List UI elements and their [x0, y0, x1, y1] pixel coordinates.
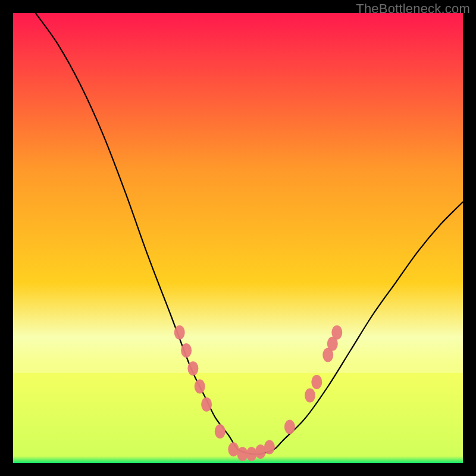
marker-dot: [201, 397, 212, 412]
marker-dot: [311, 375, 322, 389]
marker-dot: [305, 389, 315, 403]
marker-dot: [284, 420, 295, 434]
marker-dot: [215, 424, 226, 439]
marker-dot: [331, 325, 342, 340]
bottleneck-chart: [13, 13, 463, 463]
marker-dot: [181, 343, 192, 358]
marker-dot: [174, 325, 185, 340]
highlight-band: [13, 337, 463, 373]
marker-dot: [187, 361, 198, 375]
chart-frame: [13, 13, 463, 463]
marker-dot: [246, 447, 257, 461]
marker-dot: [264, 440, 275, 455]
marker-dot: [195, 380, 205, 394]
gradient-background: [13, 13, 463, 463]
